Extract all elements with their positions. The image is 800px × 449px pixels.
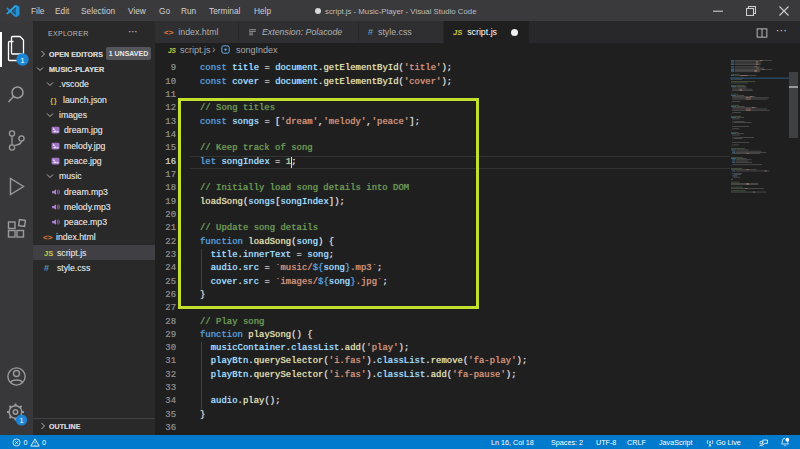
svg-text:1: 1 xyxy=(19,416,23,425)
svg-text:1: 1 xyxy=(20,56,25,65)
